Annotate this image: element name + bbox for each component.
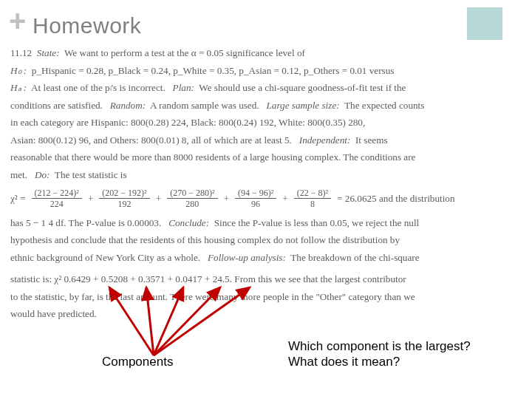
conclude-text-3: ethnic background of New York City as a … <box>10 252 200 263</box>
random-text: A random sample was used. <box>150 100 259 111</box>
chi-result: = 26.0625 and the distribution <box>337 190 454 208</box>
independent-text: It seems <box>355 134 388 146</box>
accent-box <box>467 7 502 40</box>
conclude-label: Conclude: <box>168 217 209 228</box>
independent-text-2: reasonable that there would be more than… <box>10 149 522 166</box>
frac-4: (94 − 96)²96 <box>235 188 276 210</box>
statistic-line-3: would have predicted. <box>10 305 522 323</box>
chi-lhs: χ² = <box>10 190 26 208</box>
df-text: has 5 − 1 4 df. The P-value is 0.00003. <box>10 217 161 228</box>
ha-label: Hₐ : <box>10 82 27 93</box>
expected-counts-1: in each category are Hispanic: 800(0.28)… <box>10 114 522 132</box>
independent-label: Independent: <box>299 134 351 146</box>
components-label: Components <box>102 355 173 369</box>
state-text: We want to perform a test at the α = 0.0… <box>64 47 305 58</box>
plus-icon: + <box>9 4 26 38</box>
frac-3: (270 − 280)²280 <box>167 188 217 210</box>
followup-label: Follow-up analysis: <box>208 252 286 263</box>
chi-square-formula: χ² = (212 − 224)²224 + (202 − 192)²192 +… <box>10 188 522 210</box>
state-label: State: <box>37 47 60 58</box>
random-label: Random: <box>110 100 146 111</box>
solution-body: 11.12 State: We want to perform a test a… <box>10 44 522 323</box>
conclude-text-2: hypothesis and conclude that the residen… <box>10 231 522 249</box>
frac-2: (202 − 192)²192 <box>99 188 149 210</box>
page-title: Homework <box>33 13 141 38</box>
frac-1: (212 − 224)²224 <box>32 188 82 210</box>
do-text: The test statistic is <box>55 169 127 180</box>
plan-text: We should use a chi-square goodness-of-f… <box>199 82 406 93</box>
followup-text: The breakdown of the chi-square <box>290 252 419 263</box>
frac-5: (22 − 8)²8 <box>294 188 331 210</box>
expected-counts-2: Asian: 800(0.12) 96, and Others: 800(0.0… <box>10 134 292 146</box>
large-text: The expected counts <box>344 100 424 111</box>
conditions-text: conditions are satisfied. <box>10 100 103 111</box>
problem-number: 11.12 <box>10 47 32 58</box>
statistic-line-2: to the statistic, by far, is the last am… <box>10 288 522 306</box>
large-label: Large sample size: <box>267 100 340 111</box>
conclude-text: Since the P-value is less than 0.05, we … <box>214 217 420 228</box>
independent-text-3: met. <box>10 169 27 180</box>
plan-label: Plan: <box>173 82 194 93</box>
h0-label: H₀ : <box>10 65 27 76</box>
ha-text: At least one of the pᵢ's is incorrect. <box>31 82 166 93</box>
question-text: Which component is the largest? What doe… <box>288 338 471 370</box>
h0-values: p_Hispanic = 0.28, p_Black = 0.24, p_Whi… <box>32 65 395 76</box>
do-label: Do: <box>35 169 50 180</box>
statistic-breakdown: statistic is: χ² 0.6429 + 0.5208 + 0.357… <box>10 270 522 288</box>
